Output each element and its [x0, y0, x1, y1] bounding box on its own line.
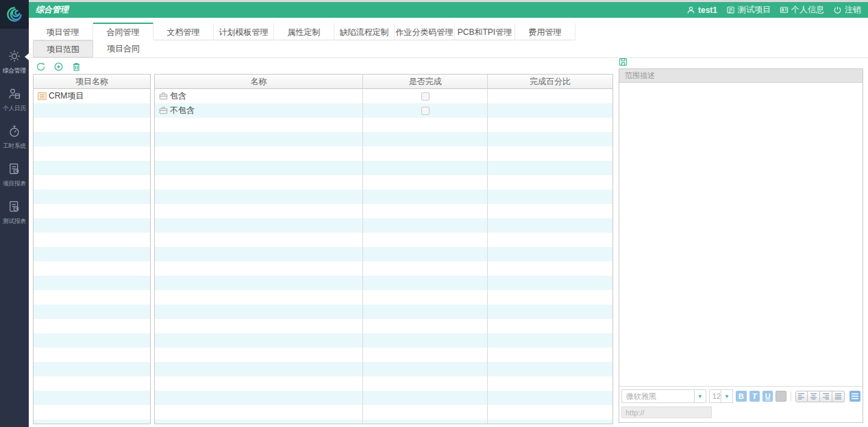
add-button[interactable] — [53, 62, 64, 72]
chevron-down-icon[interactable]: ▼ — [694, 390, 706, 402]
tab-7[interactable]: 作业分类码管理 — [395, 23, 455, 40]
name-cell — [155, 161, 362, 175]
app-logo[interactable] — [0, 0, 29, 29]
name-cell — [155, 261, 362, 276]
sidebar-item-2[interactable]: 个人日历 — [0, 87, 29, 113]
empty-row — [155, 348, 612, 362]
empty-row — [34, 175, 150, 190]
name-cell — [155, 305, 362, 319]
align-justify-button[interactable] — [832, 391, 845, 402]
percent-cell — [487, 103, 612, 118]
percent-cell — [487, 319, 612, 333]
tab-9[interactable]: 费用管理 — [515, 23, 575, 40]
user-icon — [686, 5, 695, 14]
scope-row[interactable]: 不包含 — [155, 103, 612, 118]
completed-checkbox[interactable] — [421, 92, 430, 101]
profile-icon — [780, 5, 789, 14]
empty-row — [34, 103, 150, 118]
completed-checkbox[interactable] — [421, 107, 430, 115]
percent-cell — [487, 261, 612, 276]
completed-cell — [362, 161, 487, 175]
header-link-2[interactable]: 个人信息 — [780, 4, 824, 16]
chevron-down-icon[interactable]: ▼ — [721, 390, 732, 402]
completed-cell — [362, 175, 487, 190]
name-cell — [155, 204, 362, 218]
refresh-icon — [36, 62, 46, 72]
tab-6[interactable]: 缺陷流程定制 — [334, 23, 395, 40]
url-input[interactable] — [621, 406, 712, 418]
completed-cell — [362, 276, 487, 290]
sidebar-item-3[interactable]: 工时系统 — [0, 125, 29, 151]
sidebar-item-5[interactable]: 测试报表 — [0, 200, 29, 226]
align-right-button[interactable] — [820, 391, 832, 402]
empty-row — [155, 118, 612, 132]
sidebar-item-4[interactable]: 项目报表 — [0, 162, 29, 188]
top-header: 综合管理 test1 测试项目个人信息注销 — [29, 2, 868, 18]
completed-cell — [362, 103, 487, 118]
empty-row — [155, 261, 612, 276]
subtab-1[interactable]: 项目范围 — [33, 40, 93, 57]
empty-row — [34, 161, 150, 175]
table-icon — [850, 391, 860, 402]
percent-cell — [487, 419, 612, 424]
column-header: 名称 — [155, 75, 362, 88]
italic-button[interactable]: T — [749, 391, 760, 402]
completed-cell — [362, 405, 487, 419]
empty-row — [34, 376, 150, 391]
font-family-select[interactable]: 微软雅黑 ▼ — [621, 389, 706, 403]
current-user[interactable]: test1 — [686, 5, 717, 15]
sidebar-item-label: 工时系统 — [1, 142, 28, 150]
name-cell — [155, 319, 362, 333]
header-link-label: 测试项目 — [738, 4, 771, 16]
align-center-button[interactable] — [808, 391, 820, 402]
completed-cell — [362, 419, 487, 424]
completed-cell — [362, 247, 487, 261]
project-row[interactable]: CRM项目 — [34, 89, 150, 103]
scope-name: 包含 — [170, 90, 186, 102]
color-button[interactable] — [776, 391, 786, 402]
name-cell: 不包含 — [155, 103, 362, 118]
stopwatch-icon — [0, 125, 29, 140]
tab-3[interactable]: 文档管理 — [153, 23, 214, 40]
tab-1[interactable]: 项目管理 — [33, 23, 93, 40]
empty-row — [34, 261, 150, 276]
column-header: 项目名称 — [34, 75, 150, 88]
tab-8[interactable]: PCB和TPI管理 — [455, 23, 515, 40]
save-button[interactable] — [619, 57, 628, 66]
column-header: 完成百分比 — [487, 75, 612, 88]
tab-5[interactable]: 属性定制 — [274, 23, 334, 40]
font-family-value: 微软雅黑 — [622, 391, 694, 402]
scope-row[interactable]: 包含 — [155, 89, 612, 103]
align-group — [795, 391, 845, 402]
tab-2[interactable]: 合同管理 — [93, 23, 153, 40]
user-name: test1 — [698, 5, 717, 15]
bold-button[interactable]: B — [736, 391, 746, 402]
refresh-button[interactable] — [36, 62, 46, 72]
header-link-3[interactable]: 注销 — [833, 4, 861, 16]
empty-row — [155, 376, 612, 391]
sidebar-menu: 综合管理 个人日历 工时系统 项目报表 测试报表 — [0, 49, 29, 226]
percent-cell — [487, 362, 612, 376]
name-cell: 包含 — [155, 89, 362, 103]
underline-button[interactable]: U — [762, 391, 773, 402]
delete-button[interactable] — [71, 62, 82, 72]
tab-4[interactable]: 计划模板管理 — [214, 23, 274, 40]
rich-text-editor[interactable] — [619, 83, 863, 387]
briefcase-icon — [159, 92, 168, 101]
name-cell — [155, 276, 362, 290]
font-size-select[interactable]: 12 ▼ — [709, 389, 733, 403]
align-left-icon — [797, 393, 805, 400]
percent-cell — [487, 190, 612, 204]
empty-row — [155, 247, 612, 261]
header-link-1[interactable]: 测试项目 — [726, 4, 771, 16]
sidebar-item-1[interactable]: 综合管理 — [0, 49, 29, 75]
insert-table-button[interactable] — [850, 391, 860, 402]
empty-row — [34, 146, 150, 161]
percent-cell — [487, 276, 612, 290]
subtab-2[interactable]: 项目合同 — [93, 40, 153, 57]
empty-row — [34, 204, 150, 218]
completed-cell — [362, 376, 487, 391]
align-left-button[interactable] — [795, 391, 808, 402]
scope-table: 名称是否完成完成百分比 包含 不包含 — [154, 74, 613, 424]
person-calendar-icon — [0, 87, 29, 102]
